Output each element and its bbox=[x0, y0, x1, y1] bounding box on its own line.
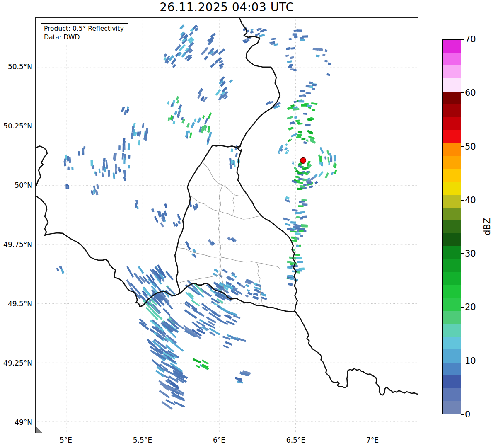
colorbar-band bbox=[443, 78, 461, 91]
colorbar-band bbox=[443, 388, 461, 401]
colorbar-band bbox=[443, 311, 461, 324]
colorbar-band bbox=[443, 40, 461, 53]
colorbar-band bbox=[443, 233, 461, 246]
radar-reflectivity-cells bbox=[56, 24, 337, 410]
lat-tick-label: 50.25°N bbox=[0, 121, 32, 131]
colorbar-band bbox=[443, 337, 461, 349]
map-plot-area: Product: 0.5° Reflectivity Data: DWD bbox=[35, 17, 418, 433]
lat-tick-label: 49.25°N bbox=[0, 358, 32, 368]
colorbar-tick-mark bbox=[461, 307, 464, 308]
colorbar-band bbox=[443, 195, 461, 208]
colorbar-band bbox=[443, 246, 461, 259]
lat-tick-label: 49.75°N bbox=[0, 240, 32, 249]
colorbar-band bbox=[443, 208, 461, 220]
colorbar-unit-label: dBZ bbox=[481, 214, 493, 239]
colorbar-tick-mark bbox=[461, 253, 464, 254]
colorbar bbox=[442, 39, 461, 414]
product-info-box: Product: 0.5° Reflectivity Data: DWD bbox=[41, 23, 128, 44]
colorbar-tick-label: 30 bbox=[465, 248, 476, 259]
lat-tick-label: 50°N bbox=[0, 181, 32, 190]
colorbar-band bbox=[443, 375, 461, 388]
map-corner-artifact bbox=[36, 426, 42, 433]
radar-site-dot bbox=[300, 157, 306, 163]
lon-tick-label: 5.5°E bbox=[124, 436, 161, 445]
colorbar-band bbox=[443, 272, 461, 285]
colorbar-tick-label: 60 bbox=[465, 87, 476, 98]
colorbar-tick-label: 70 bbox=[465, 34, 476, 45]
colorbar-band bbox=[443, 65, 461, 78]
colorbar-band bbox=[443, 324, 461, 337]
regional-borders bbox=[178, 162, 280, 303]
colorbar-tick-mark bbox=[461, 200, 464, 201]
colorbar-tick-mark bbox=[461, 361, 464, 361]
colorbar-band bbox=[443, 92, 461, 104]
colorbar-band bbox=[443, 143, 461, 156]
colorbar-band bbox=[443, 259, 461, 272]
colorbar-band bbox=[443, 349, 461, 362]
lat-tick-label: 49.5°N bbox=[0, 299, 32, 308]
lon-tick-label: 6°E bbox=[201, 436, 238, 445]
colorbar-band bbox=[443, 156, 461, 169]
colorbar-band bbox=[443, 401, 461, 414]
colorbar-band bbox=[443, 285, 461, 298]
colorbar-band bbox=[443, 53, 461, 65]
colorbar-band bbox=[443, 117, 461, 130]
colorbar-tick-label: 50 bbox=[465, 141, 476, 152]
colorbar-band bbox=[443, 169, 461, 182]
colorbar-band bbox=[443, 104, 461, 117]
colorbar-band bbox=[443, 363, 461, 375]
lat-tick-label: 49°N bbox=[0, 418, 32, 427]
colorbar-tick-mark bbox=[461, 414, 464, 415]
colorbar-tick-label: 0 bbox=[465, 409, 470, 420]
product-line: Product: 0.5° Reflectivity bbox=[44, 24, 124, 33]
data-source-line: Data: DWD bbox=[44, 33, 124, 42]
colorbar-band bbox=[443, 298, 461, 311]
colorbar-band bbox=[443, 130, 461, 143]
colorbar-band bbox=[443, 182, 461, 195]
radar-figure: 26.11.2025 04:03 UTC Product: 0.5° Refle… bbox=[0, 0, 498, 448]
colorbar-tick-label: 10 bbox=[465, 356, 476, 366]
lon-tick-label: 7°E bbox=[354, 436, 391, 445]
lon-tick-label: 6.5°E bbox=[277, 436, 314, 445]
colorbar-tick-label: 20 bbox=[465, 302, 476, 312]
lat-tick-label: 50.5°N bbox=[0, 62, 32, 71]
colorbar-band bbox=[443, 220, 461, 233]
colorbar-tick-mark bbox=[461, 146, 464, 147]
colorbar-tick-mark bbox=[461, 39, 464, 40]
colorbar-tick-mark bbox=[461, 92, 464, 93]
figure-title: 26.11.2025 04:03 UTC bbox=[35, 0, 418, 14]
lon-tick-label: 5°E bbox=[47, 436, 85, 445]
colorbar-tick-label: 40 bbox=[465, 195, 476, 206]
radar-map bbox=[36, 18, 418, 433]
